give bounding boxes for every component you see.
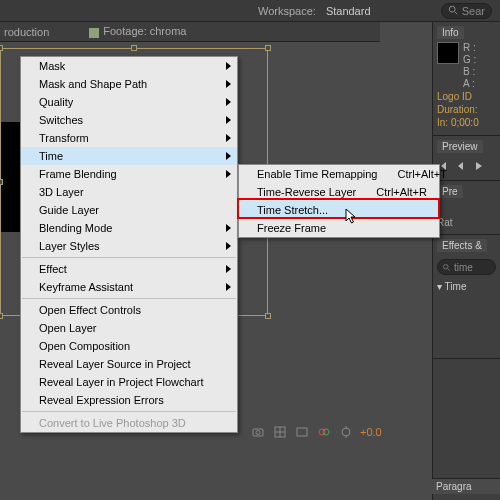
menu-reveal-expression-errors[interactable]: Reveal Expression Errors — [21, 391, 237, 409]
menu-frame-blending[interactable]: Frame Blending — [21, 165, 237, 183]
svg-point-13 — [444, 264, 449, 269]
top-toolbar: Workspace: Standard Sear — [0, 0, 500, 22]
workspace-dropdown[interactable]: Standard — [326, 5, 371, 17]
menu-time[interactable]: Time — [21, 147, 237, 165]
layer-context-menu[interactable]: Mask Mask and Shape Path Quality Switche… — [20, 56, 238, 433]
submenu-arrow-icon — [226, 62, 231, 70]
menu-time-reverse-layer[interactable]: Time-Reverse LayerCtrl+Alt+R — [239, 183, 439, 201]
resize-handle-ml[interactable] — [0, 179, 3, 185]
menu-mask-shape-path[interactable]: Mask and Shape Path — [21, 75, 237, 93]
menu-layer-styles[interactable]: Layer Styles — [21, 237, 237, 255]
menu-time-stretch[interactable]: Time Stretch... — [239, 201, 439, 219]
menu-guide-layer[interactable]: Guide Layer — [21, 201, 237, 219]
svg-rect-7 — [297, 428, 307, 436]
svg-point-3 — [256, 431, 260, 435]
menu-convert-photoshop-3d: Convert to Live Photoshop 3D — [21, 414, 237, 432]
mouse-cursor-icon — [345, 208, 359, 226]
submenu-arrow-icon — [226, 283, 231, 291]
menu-separator — [22, 257, 236, 258]
rgba-readout: R : G : B : A : — [463, 42, 476, 90]
presets-panel: Pre Rat — [433, 181, 500, 235]
menu-mask[interactable]: Mask — [21, 57, 237, 75]
menu-reveal-source[interactable]: Reveal Layer Source in Project — [21, 355, 237, 373]
submenu-arrow-icon — [226, 170, 231, 178]
region-icon[interactable] — [294, 424, 310, 440]
effects-search-input[interactable]: time — [437, 259, 496, 275]
info-panel: Info R : G : B : A : Logo ID Duration: I… — [433, 22, 500, 136]
submenu-arrow-icon — [226, 265, 231, 273]
svg-line-14 — [448, 269, 450, 271]
svg-point-0 — [449, 6, 455, 12]
resize-handle-tl[interactable] — [0, 45, 3, 51]
exposure-icon[interactable] — [338, 424, 354, 440]
tab-production[interactable]: roduction — [4, 26, 49, 38]
composition-icon — [89, 28, 99, 38]
presets-panel-tab[interactable]: Pre — [437, 185, 463, 198]
resize-handle-tm[interactable] — [131, 45, 137, 51]
menu-enable-time-remapping[interactable]: Enable Time RemappingCtrl+Alt+T — [239, 165, 439, 183]
svg-line-1 — [454, 11, 457, 14]
effects-panel: Effects & time ▾ Time — [433, 235, 500, 359]
viewer-controls: +0.0 — [250, 424, 382, 440]
menu-transform[interactable]: Transform — [21, 129, 237, 147]
grid-icon[interactable] — [272, 424, 288, 440]
play-icon[interactable] — [473, 160, 485, 174]
document-tabs: roduction Footage: chroma — [0, 22, 380, 42]
channels-icon[interactable] — [316, 424, 332, 440]
right-panel-column: Info R : G : B : A : Logo ID Duration: I… — [432, 22, 500, 500]
submenu-arrow-icon — [226, 152, 231, 160]
tab-footage[interactable]: Footage: chroma — [89, 25, 186, 37]
menu-blending-mode[interactable]: Blending Mode — [21, 219, 237, 237]
search-placeholder: Sear — [462, 5, 485, 17]
menu-3d-layer[interactable]: 3D Layer — [21, 183, 237, 201]
menu-open-effect-controls[interactable]: Open Effect Controls — [21, 301, 237, 319]
workspace-label: Workspace: — [258, 5, 316, 17]
color-swatch — [437, 42, 459, 64]
help-search-input[interactable]: Sear — [441, 3, 492, 19]
submenu-arrow-icon — [226, 134, 231, 142]
menu-open-composition[interactable]: Open Composition — [21, 337, 237, 355]
menu-reveal-flowchart[interactable]: Reveal Layer in Project Flowchart — [21, 373, 237, 391]
svg-point-9 — [323, 429, 329, 435]
effects-group-time[interactable]: ▾ Time — [437, 281, 496, 292]
menu-freeze-frame[interactable]: Freeze Frame — [239, 219, 439, 237]
info-panel-tab[interactable]: Info — [437, 26, 464, 39]
submenu-arrow-icon — [226, 224, 231, 232]
menu-effect[interactable]: Effect — [21, 260, 237, 278]
menu-separator — [22, 411, 236, 412]
submenu-arrow-icon — [226, 116, 231, 124]
layer-info: Logo ID Duration: In: 0;00:0 — [437, 90, 496, 129]
menu-keyframe-assistant[interactable]: Keyframe Assistant — [21, 278, 237, 296]
menu-separator — [22, 298, 236, 299]
effects-panel-tab[interactable]: Effects & — [437, 239, 487, 252]
menu-open-layer[interactable]: Open Layer — [21, 319, 237, 337]
submenu-arrow-icon — [226, 80, 231, 88]
svg-point-10 — [342, 428, 350, 436]
paragraph-panel-tab[interactable]: Paragra — [432, 478, 500, 494]
preview-panel-tab[interactable]: Preview — [437, 140, 483, 153]
snapshot-icon[interactable] — [250, 424, 266, 440]
time-submenu[interactable]: Enable Time RemappingCtrl+Alt+T Time-Rev… — [238, 164, 440, 238]
menu-switches[interactable]: Switches — [21, 111, 237, 129]
prev-frame-icon[interactable] — [455, 160, 467, 174]
resize-handle-tr[interactable] — [265, 45, 271, 51]
resize-handle-bl[interactable] — [0, 313, 3, 319]
submenu-arrow-icon — [226, 98, 231, 106]
resize-handle-br[interactable] — [265, 313, 271, 319]
submenu-arrow-icon — [226, 242, 231, 250]
menu-quality[interactable]: Quality — [21, 93, 237, 111]
exposure-value[interactable]: +0.0 — [360, 426, 382, 438]
search-icon — [448, 5, 458, 17]
